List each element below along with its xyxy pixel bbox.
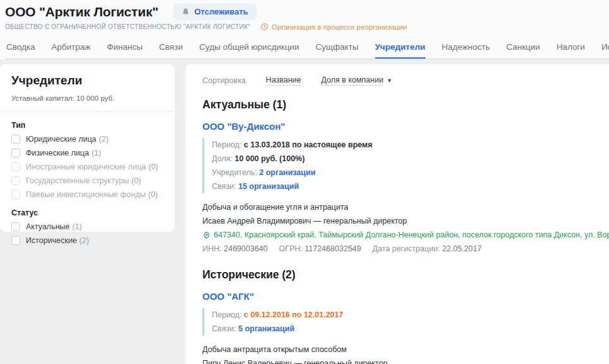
filter-count: (1) (91, 149, 101, 157)
detail-label: Доля: (212, 154, 235, 163)
filter-label: Физические лица (26, 149, 89, 157)
detail-row: Доля: 10 000 руб. (100%) (212, 152, 603, 166)
checkbox-box (11, 222, 20, 231)
charter-capital: Уставный капитал: 10 000 руб. (11, 94, 163, 102)
filter-label: Паевые инвестиционные фонды (26, 190, 146, 199)
sort-option-name[interactable]: Название (266, 76, 301, 86)
detail-value[interactable]: 2 организации (259, 168, 315, 177)
founder-name-row: ООО "Ву-Диксон" (202, 121, 603, 132)
follow-button-label: Отслеживать (194, 7, 248, 16)
checkbox-box (11, 236, 20, 245)
filter-groups: ТипЮридические лица(2)Физические лица(1)… (11, 121, 163, 245)
address-text: 647340, Красноярский край, Таймырский До… (214, 228, 609, 242)
section-heading: Актуальные (1) (202, 98, 603, 111)
reg-label: Дата регистрации: (373, 244, 443, 253)
company-title: ООО "Арктик Логистик" (5, 4, 158, 20)
detail-label: Период: (212, 140, 244, 149)
filter-checkbox-row[interactable]: Физические лица(1) (11, 149, 163, 157)
filter-label: Актуальные (26, 222, 70, 231)
filter-checkbox-row[interactable]: Юридические лица(2) (11, 135, 163, 144)
founder-entry: ООО "АГК"Период: с 09.12.2016 по 12.01.2… (202, 291, 603, 364)
caret-down-icon: ▼ (386, 77, 392, 84)
detail-row: Период: с 09.12.2016 по 12.01.2017 (212, 308, 603, 322)
tab-item[interactable]: Суды общей юрисдикции (199, 36, 299, 59)
detail-value: с 09.12.2016 по 12.01.2017 (244, 310, 344, 319)
filter-count: (0) (148, 190, 158, 199)
activity-text: Добыча и обогащение угля и антрацита (202, 200, 603, 214)
reg-value: 22.05.2017 (442, 244, 482, 253)
registration-item: Дата регистрации: 22.05.2017 (373, 244, 482, 253)
tab-item[interactable]: Сводка (6, 36, 35, 59)
detail-row: Связи: 15 организаций (212, 179, 603, 193)
tab-item[interactable]: Финансы (107, 36, 143, 59)
director-text: Пирч Денис Валерьевич — генеральный дире… (202, 356, 603, 364)
tab-bar: СводкаАрбитражФинансыСвязиСуды общей юри… (5, 36, 609, 59)
location-pin-icon (202, 231, 211, 239)
founder-details: Период: с 09.12.2016 по 12.01.2017Связи:… (202, 308, 603, 336)
filter-label: Государственные структуры (26, 176, 129, 185)
tab-item[interactable]: Связи (159, 36, 183, 59)
tab-item[interactable]: Учредители (375, 36, 426, 59)
section-heading: Исторические (2) (202, 268, 603, 282)
reg-value: 1172468032549 (304, 244, 361, 253)
detail-row: Учредитель: 2 организации (212, 166, 603, 179)
filter-checkbox-row[interactable]: Государственные структуры(0) (11, 176, 163, 185)
filter-label: Исторические (26, 236, 77, 245)
reorg-status-text: Организация в процессе реорганизации (272, 23, 407, 31)
tab-item[interactable]: Надежность (442, 36, 490, 59)
reg-value: 2469003640 (224, 244, 268, 253)
tab-item[interactable]: Сущфакты (316, 36, 359, 59)
detail-value[interactable]: 15 организаций (238, 182, 299, 191)
founder-entry: ООО "Ву-Диксон"Период: с 13.03.2018 по н… (202, 121, 603, 256)
sort-option-share-label: Доля в компании (321, 76, 383, 86)
filter-checkbox-row[interactable]: Паевые инвестиционные фонды(0) (11, 190, 163, 199)
detail-label: Связи: (212, 182, 238, 191)
tab-item[interactable]: Исполнительные производства (601, 36, 609, 59)
tab-item[interactable]: Арбитраж (52, 36, 91, 59)
tab-item[interactable]: Налоги (557, 36, 585, 59)
address-row: 647340, Красноярский край, Таймырский До… (202, 228, 603, 242)
director-text: Исаев Андрей Владимирович — генеральный … (202, 214, 603, 228)
tab-item[interactable]: Санкции (506, 36, 540, 59)
subtitle-row: ОБЩЕСТВО С ОГРАНИЧЕННОЙ ОТВЕТСТВЕННОСТЬЮ… (5, 22, 609, 31)
founder-details: Период: с 13.03.2018 по настоящее времяД… (202, 138, 603, 193)
checkbox-box (11, 190, 20, 199)
checkbox-box (11, 162, 20, 171)
sort-bar: Сортировка Название Доля в компании ▼ (202, 76, 603, 86)
founders-panel: Сортировка Название Доля в компании ▼ Ак… (185, 64, 609, 364)
detail-label: Связи: (212, 324, 238, 333)
founder-name-link[interactable]: ООО "АГК" (202, 291, 254, 302)
checkbox-box (11, 135, 20, 144)
filter-group-title: Тип (11, 121, 163, 130)
detail-value[interactable]: 5 организаций (238, 324, 294, 333)
sidebar-divider (0, 111, 175, 111)
bell-icon (182, 8, 190, 16)
detail-value: 10 000 руб. (100%) (235, 154, 304, 163)
filters-sidebar: Учредители Уставный капитал: 10 000 руб.… (0, 64, 175, 232)
filter-checkbox-row[interactable]: Актуальные(1) (11, 222, 163, 231)
company-full-name: ОБЩЕСТВО С ОГРАНИЧЕННОЙ ОТВЕТСТВЕННОСТЬЮ… (5, 23, 250, 30)
filter-label: Иностранные юридические лица (26, 162, 146, 171)
detail-label: Учредитель: (212, 168, 259, 177)
reorg-clock-icon (260, 23, 269, 31)
sort-label: Сортировка (202, 76, 246, 85)
detail-value: с 13.03.2018 по настоящее время (244, 140, 373, 149)
filter-checkbox-row[interactable]: Иностранные юридические лица(0) (11, 162, 163, 171)
sort-option-name-label: Название (266, 76, 301, 86)
filter-count: (0) (131, 176, 141, 185)
reorg-status-badge: Организация в процессе реорганизации (260, 23, 407, 31)
filter-label: Юридические лица (26, 135, 96, 144)
page-header: ООО "Арктик Логистик" Отслеживать ОБЩЕСТ… (0, 0, 609, 59)
filter-checkbox-row[interactable]: Исторические(2) (11, 236, 163, 245)
filter-count: (0) (149, 162, 158, 171)
follow-button[interactable]: Отслеживать (173, 3, 256, 20)
sidebar-title: Учредители (11, 74, 163, 88)
registration-item: ОГРН: 1172468032549 (279, 244, 361, 253)
checkbox-box (11, 176, 20, 185)
content-area: Учредители Уставный капитал: 10 000 руб.… (0, 59, 609, 364)
founder-name-link[interactable]: ООО "Ву-Диксон" (202, 121, 285, 132)
reg-label: ОГРН: (279, 244, 305, 253)
sort-option-share[interactable]: Доля в компании ▼ (321, 76, 392, 86)
activity-text: Добыча антрацита открытым способом (202, 343, 603, 356)
founders-sections: Актуальные (1)ООО "Ву-Диксон"Период: с 1… (202, 98, 603, 364)
